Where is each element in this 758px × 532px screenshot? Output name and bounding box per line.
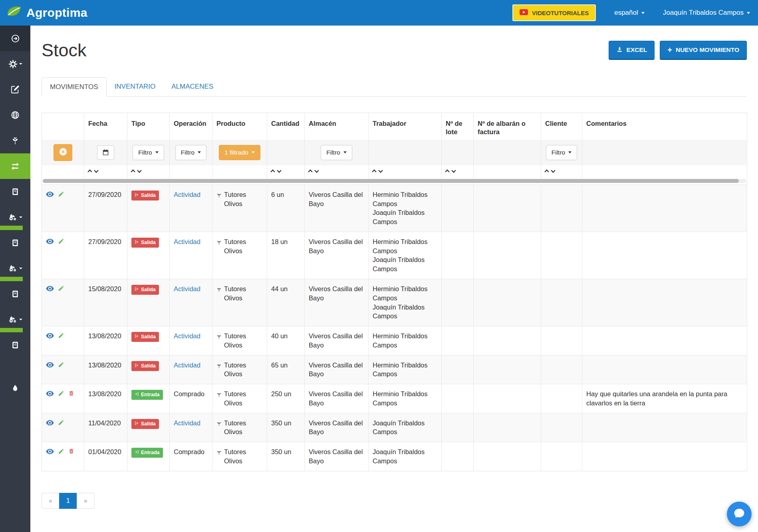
filter-row: Filtro Filtro 1 filtrado [42, 140, 747, 165]
excel-button[interactable]: EXCEL [609, 41, 655, 60]
operacion-link[interactable]: Actividad [174, 332, 200, 339]
sidebar-item-crops[interactable] [0, 128, 30, 153]
operacion-text: Comprado [174, 390, 204, 397]
sort-row [42, 165, 747, 179]
edit-pencil-icon[interactable] [58, 191, 64, 200]
worker-name: Joaquín Tribaldos Campos [373, 255, 437, 274]
date-filter-button[interactable] [97, 145, 114, 160]
operacion-link[interactable]: Actividad [174, 361, 200, 369]
col-trabajador: Trabajador [369, 113, 442, 140]
edit-pencil-icon[interactable] [58, 361, 64, 370]
table-row: 13/08/2020EntradaCompradoTutores Olivos2… [42, 384, 747, 413]
sort-tipo[interactable] [131, 169, 141, 173]
sidebar-item-notes[interactable] [0, 77, 30, 102]
view-icon[interactable] [46, 448, 54, 457]
sidebar-item-fuel[interactable] [0, 375, 30, 401]
cell-cliente [541, 413, 582, 442]
cell-comentarios [582, 355, 747, 384]
brand-name: Agroptima [26, 6, 87, 20]
view-icon[interactable] [46, 238, 54, 247]
delete-trash-icon[interactable] [68, 448, 74, 457]
scrollbar-thumb[interactable] [43, 179, 739, 183]
sidebar-item-stock[interactable] [0, 153, 30, 179]
sort-almacen[interactable] [309, 169, 318, 173]
sidebar-item-settings[interactable] [0, 51, 30, 77]
sidebar-item-machinery-3[interactable] [0, 307, 30, 332]
view-icon[interactable] [46, 361, 54, 370]
edit-pencil-icon[interactable] [58, 419, 64, 428]
view-icon[interactable] [46, 191, 54, 200]
tipo-badge: Salida [131, 419, 159, 429]
operacion-filter-dropdown[interactable]: Filtro [175, 145, 206, 160]
view-icon[interactable] [46, 285, 54, 294]
cliente-filter-dropdown[interactable]: Filtro [546, 145, 577, 160]
view-icon[interactable] [46, 419, 54, 428]
edit-pencil-icon[interactable] [58, 285, 64, 294]
videotutoriales-button[interactable]: VIDEOTUTORIALES [512, 4, 596, 21]
main-content: Stock EXCEL + NUEVO MOVIMIENTO MOVIMIENT… [30, 0, 758, 509]
operacion-link[interactable]: Actividad [174, 238, 200, 245]
horizontal-scrollbar[interactable] [43, 179, 746, 183]
operacion-link[interactable]: Actividad [174, 191, 200, 198]
sidebar-item-ledger-2[interactable] [0, 230, 30, 256]
chevron-down-icon [155, 151, 159, 153]
chat-launcher-button[interactable] [727, 502, 752, 526]
new-movement-button[interactable]: + NUEVO MOVIMIENTO [660, 41, 747, 60]
operacion-link[interactable]: Actividad [174, 285, 200, 292]
tab-almacenes[interactable]: ALMACENES [163, 77, 221, 96]
chevron-down-icon [19, 268, 22, 269]
cell-lote [442, 413, 474, 442]
cell-lote [442, 185, 474, 232]
sort-cliente[interactable] [545, 169, 555, 173]
sign-out-icon [135, 421, 139, 427]
sort-lote[interactable] [446, 169, 455, 173]
language-dropdown[interactable]: español [614, 9, 645, 17]
pagination-prev[interactable]: « [42, 493, 60, 509]
agroptima-logo-icon [6, 4, 22, 22]
sidebar-item-collapse[interactable] [0, 26, 30, 51]
sort-trabajador[interactable] [373, 169, 382, 173]
cell-lote [442, 326, 474, 355]
delete-trash-icon[interactable] [68, 390, 74, 399]
pagination-page-1[interactable]: 1 [59, 493, 77, 509]
sort-cantidad[interactable] [271, 169, 281, 173]
brand[interactable]: Agroptima [6, 4, 87, 22]
cell-albaran [474, 232, 541, 279]
tab-movimientos[interactable]: MOVIMIENTOS [42, 77, 107, 97]
user-dropdown[interactable]: Joaquín Tribaldos Campos [663, 9, 750, 17]
clear-filters-button[interactable] [54, 144, 72, 161]
tipo-badge: Entrada [131, 390, 163, 400]
operacion-filter-label: Filtro [181, 149, 194, 156]
tipo-filter-dropdown[interactable]: Filtro [133, 145, 164, 160]
tipo-filter-label: Filtro [138, 149, 152, 156]
operacion-link[interactable]: Actividad [174, 419, 200, 427]
table-row: 15/08/2020SalidaActividadTutores Olivos4… [42, 279, 747, 326]
almacen-filter-dropdown[interactable]: Filtro [321, 145, 352, 160]
sidebar-item-ledger-4[interactable] [0, 332, 30, 358]
sidebar-item-ledger-3[interactable] [0, 281, 30, 307]
cell-trabajador: Herminio Tribaldos CamposJoaquín Tribald… [369, 185, 442, 232]
sidebar-item-map[interactable] [0, 102, 30, 128]
cell-comentarios [582, 442, 747, 471]
cell-cantidad: 6 un [267, 185, 305, 232]
edit-pencil-icon[interactable] [58, 390, 64, 399]
tab-inventario[interactable]: INVENTARIO [107, 77, 164, 96]
edit-pencil-icon[interactable] [58, 448, 64, 457]
sort-fecha[interactable] [88, 169, 98, 173]
edit-pencil-icon[interactable] [58, 238, 64, 247]
view-icon[interactable] [46, 332, 54, 341]
view-icon[interactable] [46, 390, 54, 399]
producto-filter-dropdown[interactable]: 1 filtrado [219, 145, 260, 160]
cell-fecha: 15/08/2020 [84, 279, 127, 326]
sidebar-item-machinery-2[interactable] [0, 256, 30, 281]
pagination-next[interactable]: » [77, 493, 95, 509]
book-icon [11, 341, 19, 349]
cell-fecha: 27/09/2020 [84, 232, 127, 279]
cell-lote [442, 232, 474, 279]
cell-trabajador: Herminio Tribaldos Campos [369, 326, 442, 355]
sidebar-item-machinery-1[interactable] [0, 204, 30, 230]
sort-desc-icon [451, 168, 456, 173]
sidebar-item-ledger-1[interactable] [0, 179, 30, 204]
edit-pencil-icon[interactable] [58, 332, 64, 341]
edit-icon [11, 85, 20, 94]
